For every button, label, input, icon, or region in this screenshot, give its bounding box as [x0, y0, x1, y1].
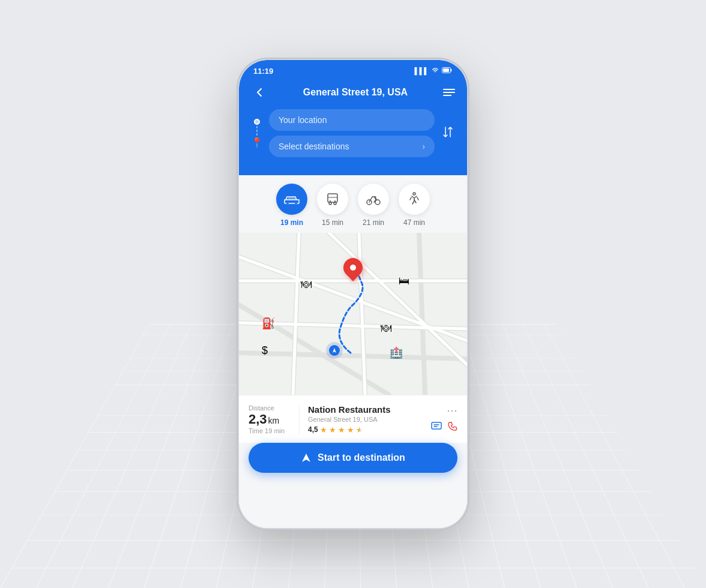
time-label: Time 19 min	[249, 427, 291, 434]
svg-rect-6	[328, 194, 337, 202]
svg-rect-32	[432, 422, 441, 429]
transport-bus[interactable]: 15 min	[317, 184, 348, 227]
bus-time: 15 min	[322, 218, 343, 227]
distance-label: Distance	[249, 404, 291, 412]
menu-line	[443, 95, 451, 96]
star-2: ★	[329, 425, 336, 434]
location-placeholder: Your location	[279, 115, 327, 125]
menu-line	[443, 92, 455, 93]
poi-restaurant2: 🍽	[381, 322, 391, 335]
status-notch	[320, 69, 368, 73]
star-3: ★	[338, 425, 345, 434]
transport-tabs: 19 min 15 min	[239, 175, 467, 233]
location-input-area: 📍 Your location Select destinations ›	[251, 109, 455, 157]
route-line	[256, 130, 258, 132]
svg-point-5	[295, 202, 297, 205]
header-title-row: General Street 19, USA	[251, 84, 455, 101]
phone-icon[interactable]	[448, 422, 457, 434]
destination-pin-icon: 📍	[251, 137, 263, 148]
star-4: ★	[347, 425, 354, 434]
transport-bike[interactable]: 21 min	[358, 184, 389, 227]
poi-hospital: 🏥	[390, 346, 403, 359]
rating-row: 4,5 ★ ★ ★ ★ ★★	[308, 425, 423, 434]
svg-point-14	[413, 193, 415, 195]
status-icons: ▌▌▌	[415, 67, 453, 74]
message-icon[interactable]	[431, 422, 442, 434]
navigation-icon	[301, 452, 312, 463]
svg-point-8	[329, 202, 331, 205]
menu-button[interactable]	[443, 89, 455, 96]
start-button-label: Start to destination	[318, 452, 405, 463]
star-5-half: ★★	[356, 425, 363, 434]
transport-walk[interactable]: 47 min	[399, 184, 430, 227]
wifi-icon	[431, 67, 439, 74]
start-to-destination-button[interactable]: Start to destination	[249, 443, 457, 473]
phone-mockup: 11:19 ▌▌▌	[239, 60, 467, 528]
card-actions: ⋯	[431, 404, 457, 434]
svg-rect-1	[443, 68, 449, 72]
current-location-marker	[326, 342, 343, 359]
signal-icon: ▌▌▌	[415, 67, 429, 74]
destination-pin	[343, 258, 363, 281]
location-field[interactable]: Your location	[269, 109, 435, 131]
status-time: 11:19	[253, 67, 273, 76]
action-icons	[431, 422, 457, 434]
poi-hotel: 🛏	[399, 275, 409, 287]
battery-icon	[442, 67, 453, 74]
bike-icon-circle	[358, 184, 389, 215]
back-button[interactable]	[251, 84, 268, 101]
route-line	[256, 133, 258, 136]
status-bar: 11:19 ▌▌▌	[239, 60, 467, 79]
swap-button[interactable]	[441, 124, 455, 143]
star-1: ★	[320, 425, 327, 434]
svg-point-4	[286, 202, 289, 205]
car-icon-circle	[276, 184, 307, 215]
poi-gas: ⛽	[262, 317, 275, 330]
page-title: General Street 19, USA	[303, 87, 408, 98]
info-card: Distance 2,3 km Time 19 min Nation Resta…	[239, 395, 467, 443]
place-column: Nation Restaurants General Street 19, US…	[308, 404, 423, 434]
svg-point-9	[334, 202, 336, 205]
svg-marker-33	[302, 454, 310, 462]
route-icons: 📍	[251, 119, 263, 148]
start-dot	[254, 119, 260, 125]
chevron-right-icon: ›	[422, 142, 425, 151]
bike-time: 21 min	[363, 218, 384, 227]
distance-unit: km	[268, 416, 280, 425]
bus-icon-circle	[317, 184, 348, 215]
poi-restaurant: 🍽	[301, 278, 312, 291]
poi-dollar: $	[262, 344, 268, 357]
svg-point-13	[375, 200, 380, 205]
place-address: General Street 19, USA	[308, 416, 423, 423]
rating-value: 4,5	[308, 425, 318, 434]
route-line	[256, 126, 258, 128]
more-options-button[interactable]: ⋯	[447, 404, 457, 417]
destination-field[interactable]: Select destinations ›	[269, 136, 435, 157]
distance-value: 2,3	[249, 412, 267, 427]
inputs-column: Your location Select destinations ›	[269, 109, 435, 157]
distance-column: Distance 2,3 km Time 19 min	[249, 404, 291, 434]
app-header: General Street 19, USA 📍 Your	[239, 79, 467, 175]
map-area[interactable]: 🍽 ⛽ 🛏 🍽 🏥 $	[239, 233, 467, 395]
place-name: Nation Restaurants	[308, 404, 423, 415]
transport-car[interactable]: 19 min	[276, 184, 307, 227]
walk-time: 47 min	[403, 218, 425, 227]
svg-marker-31	[333, 348, 336, 353]
phone-screen: 11:19 ▌▌▌	[239, 60, 467, 528]
car-time: 19 min	[280, 218, 303, 227]
vertical-divider	[299, 404, 300, 434]
walk-icon-circle	[399, 184, 430, 215]
menu-line	[443, 89, 455, 90]
destination-placeholder: Select destinations	[279, 142, 349, 151]
